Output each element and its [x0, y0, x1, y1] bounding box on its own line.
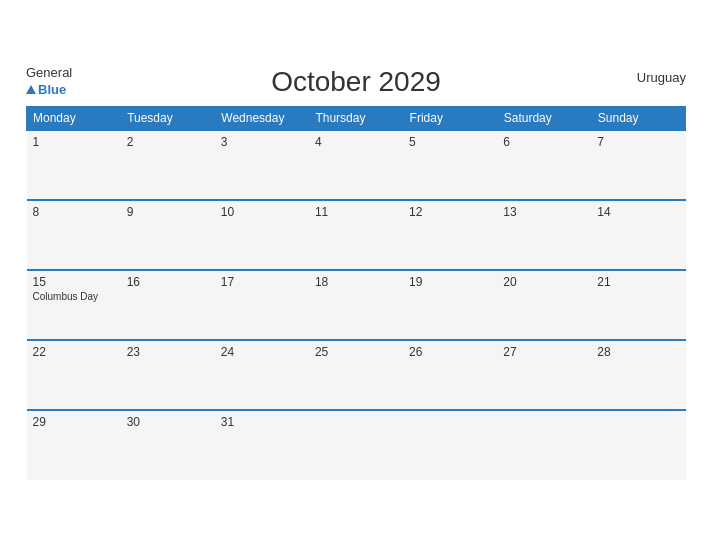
days-of-week-row: Monday Tuesday Wednesday Thursday Friday…: [27, 106, 686, 130]
day-number: 20: [503, 275, 585, 289]
day-event: Columbus Day: [33, 291, 115, 302]
day-cell: 29: [27, 410, 121, 480]
day-number: 19: [409, 275, 491, 289]
day-number: 25: [315, 345, 397, 359]
country-label: Uruguay: [637, 70, 686, 85]
day-cell: 13: [497, 200, 591, 270]
col-thursday: Thursday: [309, 106, 403, 130]
day-cell: 3: [215, 130, 309, 200]
day-number: 12: [409, 205, 491, 219]
col-saturday: Saturday: [497, 106, 591, 130]
day-number: 31: [221, 415, 303, 429]
day-cell: 27: [497, 340, 591, 410]
day-cell: 11: [309, 200, 403, 270]
day-number: 22: [33, 345, 115, 359]
day-number: 1: [33, 135, 115, 149]
day-cell: 14: [591, 200, 685, 270]
day-cell: 18: [309, 270, 403, 340]
col-wednesday: Wednesday: [215, 106, 309, 130]
day-cell: 31: [215, 410, 309, 480]
logo-general-text: General: [26, 66, 72, 80]
col-friday: Friday: [403, 106, 497, 130]
day-cell: 26: [403, 340, 497, 410]
day-cell: [309, 410, 403, 480]
day-number: 21: [597, 275, 679, 289]
day-number: 8: [33, 205, 115, 219]
calendar-header: General Blue October 2029 Uruguay: [26, 66, 686, 98]
day-number: 6: [503, 135, 585, 149]
logo-blue-label: Blue: [38, 82, 66, 97]
day-number: 29: [33, 415, 115, 429]
day-number: 14: [597, 205, 679, 219]
day-cell: 9: [121, 200, 215, 270]
day-number: 9: [127, 205, 209, 219]
day-cell: 7: [591, 130, 685, 200]
day-number: 24: [221, 345, 303, 359]
logo-triangle-icon: [26, 85, 36, 94]
week-row-3: 15Columbus Day161718192021: [27, 270, 686, 340]
day-number: 27: [503, 345, 585, 359]
day-cell: 10: [215, 200, 309, 270]
day-cell: 1: [27, 130, 121, 200]
col-sunday: Sunday: [591, 106, 685, 130]
logo: General Blue: [26, 66, 72, 98]
day-cell: 19: [403, 270, 497, 340]
day-number: 26: [409, 345, 491, 359]
day-number: 10: [221, 205, 303, 219]
day-cell: 28: [591, 340, 685, 410]
day-number: 23: [127, 345, 209, 359]
day-cell: 5: [403, 130, 497, 200]
col-tuesday: Tuesday: [121, 106, 215, 130]
day-number: 28: [597, 345, 679, 359]
day-cell: [403, 410, 497, 480]
day-number: 5: [409, 135, 491, 149]
logo-blue-text: Blue: [26, 80, 72, 98]
day-cell: 20: [497, 270, 591, 340]
day-cell: 24: [215, 340, 309, 410]
day-number: 4: [315, 135, 397, 149]
day-number: 16: [127, 275, 209, 289]
day-cell: 17: [215, 270, 309, 340]
day-cell: 4: [309, 130, 403, 200]
day-number: 30: [127, 415, 209, 429]
day-number: 18: [315, 275, 397, 289]
day-cell: 6: [497, 130, 591, 200]
day-cell: 23: [121, 340, 215, 410]
week-row-5: 293031: [27, 410, 686, 480]
day-number: 3: [221, 135, 303, 149]
day-cell: 22: [27, 340, 121, 410]
day-cell: 8: [27, 200, 121, 270]
week-row-1: 1234567: [27, 130, 686, 200]
day-cell: 30: [121, 410, 215, 480]
calendar-title: October 2029: [271, 66, 441, 98]
week-row-2: 891011121314: [27, 200, 686, 270]
day-number: 15: [33, 275, 115, 289]
week-row-4: 22232425262728: [27, 340, 686, 410]
day-cell: 16: [121, 270, 215, 340]
calendar-table: Monday Tuesday Wednesday Thursday Friday…: [26, 106, 686, 480]
day-number: 13: [503, 205, 585, 219]
day-cell: 25: [309, 340, 403, 410]
day-cell: 15Columbus Day: [27, 270, 121, 340]
day-number: 17: [221, 275, 303, 289]
day-number: 11: [315, 205, 397, 219]
day-cell: [591, 410, 685, 480]
day-cell: 21: [591, 270, 685, 340]
day-number: 7: [597, 135, 679, 149]
day-number: 2: [127, 135, 209, 149]
day-cell: 2: [121, 130, 215, 200]
col-monday: Monday: [27, 106, 121, 130]
calendar-container: General Blue October 2029 Uruguay Monday…: [11, 56, 701, 495]
day-cell: 12: [403, 200, 497, 270]
day-cell: [497, 410, 591, 480]
